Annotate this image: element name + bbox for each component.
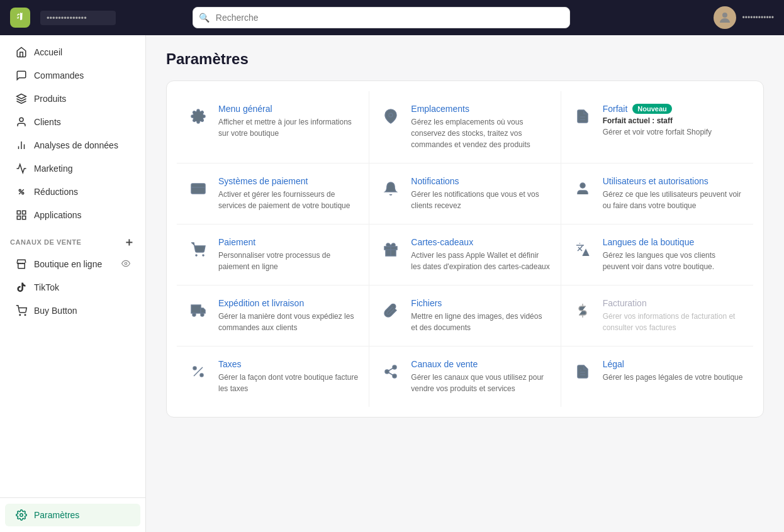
- svg-marker-1: [17, 94, 26, 99]
- svg-rect-10: [17, 211, 20, 214]
- add-channel-button[interactable]: ＋: [123, 235, 135, 250]
- user-name: ••••••••••••: [742, 13, 774, 22]
- sidebar-item-marketing[interactable]: Marketing: [5, 157, 140, 180]
- settings-item-content-menu-general: Menu général Afficher et mettre à jour l…: [218, 104, 359, 150]
- svg-point-14: [125, 262, 127, 265]
- settings-item-facturation: Facturation Gérer vos informations de fa…: [561, 285, 753, 346]
- svg-point-35: [193, 367, 196, 370]
- svg-point-6: [19, 189, 21, 191]
- settings-item-icon-menu-general: [187, 105, 210, 128]
- settings-item-desc: Gérer vos informations de facturation et…: [603, 311, 743, 333]
- settings-item-title: Cartes-cadeaux: [411, 237, 473, 247]
- clients-icon: [15, 116, 28, 128]
- sidebar-item-produits[interactable]: Produits: [5, 87, 140, 110]
- sidebar-item-buybutton[interactable]: Buy Button: [5, 299, 140, 322]
- sidebar-item-applications[interactable]: Applications: [5, 204, 140, 226]
- settings-item-paiement[interactable]: Paiement Personnaliser votre processus d…: [177, 224, 369, 285]
- sidebar-item-accueil[interactable]: Accueil: [5, 41, 140, 64]
- settings-item-title: Légal: [603, 359, 624, 369]
- settings-item-icon-forfait: [571, 105, 594, 128]
- sidebar-label-boutique: Boutique en ligne: [34, 259, 115, 269]
- settings-item-cartes-cadeaux[interactable]: Cartes-cadeaux Activer les pass Apple Wa…: [369, 224, 561, 285]
- settings-item-icon-systemes-paiement: [187, 177, 210, 200]
- page-title: Paramètres: [166, 50, 764, 68]
- sidebar: Accueil Commandes Produits Clients: [0, 35, 146, 532]
- settings-item-emplacements[interactable]: Emplacements Gérez les emplacements où v…: [369, 91, 561, 163]
- settings-item-taxes[interactable]: Taxes Gérer la façon dont votre boutique…: [177, 346, 369, 407]
- settings-item-title: Facturation: [603, 298, 647, 308]
- svg-point-2: [20, 118, 23, 121]
- svg-point-37: [393, 365, 396, 369]
- eye-icon[interactable]: [121, 259, 130, 270]
- settings-item-desc: Gérer la manière dont vous expédiez les …: [218, 311, 359, 333]
- settings-item-systemes-paiement[interactable]: Systèmes de paiement Activer et gérer le…: [177, 163, 369, 224]
- settings-item-title: Menu général: [218, 104, 272, 114]
- settings-item-title: Notifications: [411, 176, 459, 186]
- home-icon: [15, 46, 28, 58]
- svg-point-19: [389, 113, 393, 117]
- svg-rect-22: [191, 184, 205, 194]
- sidebar-item-tiktok[interactable]: TikTok: [5, 276, 140, 299]
- settings-item-icon-expedition: [187, 299, 210, 322]
- store-icon: [15, 258, 28, 270]
- sidebar-label-reductions: Réductions: [34, 187, 78, 197]
- svg-line-8: [19, 189, 24, 194]
- svg-marker-30: [201, 308, 205, 313]
- settings-item-content-taxes: Taxes Gérer la façon dont votre boutique…: [218, 359, 359, 394]
- sidebar-item-boutique[interactable]: Boutique en ligne: [5, 253, 140, 275]
- sidebar-item-commandes[interactable]: Commandes: [5, 64, 140, 87]
- apps-icon: [15, 209, 28, 221]
- settings-item-expedition[interactable]: Expédition et livraison Gérer la manière…: [177, 285, 369, 346]
- settings-item-fichiers[interactable]: Fichiers Mettre en ligne des images, des…: [369, 285, 561, 346]
- analytics-icon: [15, 139, 28, 152]
- settings-item-content-langues: Langues de la boutique Gérez les langues…: [603, 237, 743, 272]
- settings-item-desc: Gérer les pages légales de votre boutiqu…: [603, 372, 743, 383]
- settings-item-content-facturation: Facturation Gérer vos informations de fa…: [603, 298, 743, 333]
- svg-line-40: [389, 373, 393, 375]
- sidebar-label-clients: Clients: [34, 117, 61, 127]
- sidebar-item-analyses[interactable]: Analyses de données: [5, 134, 140, 157]
- settings-item-icon-taxes: [187, 360, 210, 383]
- sidebar-item-clients[interactable]: Clients: [5, 111, 140, 133]
- search-bar: 🔍: [193, 7, 570, 28]
- sidebar-label-tiktok: TikTok: [34, 282, 59, 292]
- settings-item-title: Paiement: [218, 237, 255, 247]
- layout: Accueil Commandes Produits Clients: [0, 35, 784, 532]
- svg-point-7: [22, 192, 24, 194]
- products-icon: [15, 92, 28, 105]
- settings-item-title: Fichiers: [411, 298, 442, 308]
- settings-item-icon-cartes-cadeaux: [379, 238, 402, 261]
- settings-item-utilisateurs[interactable]: Utilisateurs et autorisations Gérez ce q…: [561, 163, 753, 224]
- svg-point-39: [393, 374, 396, 378]
- settings-item-canaux-vente[interactable]: Canaux de vente Gérer les canaux que vou…: [369, 346, 561, 407]
- settings-item-icon-facturation: [571, 299, 594, 322]
- svg-point-36: [200, 374, 203, 377]
- svg-rect-12: [17, 216, 20, 219]
- settings-item-icon-notifications: [379, 177, 402, 200]
- settings-item-content-notifications: Notifications Gérer les notifications qu…: [411, 176, 550, 211]
- sidebar-item-reductions[interactable]: Réductions: [5, 180, 140, 203]
- settings-item-desc: Gérer et voir votre forfait Shopify: [603, 126, 743, 138]
- settings-item-icon-fichiers: [379, 299, 402, 322]
- settings-item-title: Langues de la boutique: [603, 237, 695, 247]
- svg-point-26: [203, 255, 204, 256]
- settings-item-menu-general[interactable]: Menu général Afficher et mettre à jour l…: [177, 91, 369, 163]
- settings-item-icon-canaux-vente: [379, 360, 402, 383]
- settings-item-notifications[interactable]: Notifications Gérer les notifications qu…: [369, 163, 561, 224]
- search-input[interactable]: [193, 7, 570, 28]
- sidebar-label-applications: Applications: [34, 210, 82, 220]
- sidebar-label-produits: Produits: [34, 94, 66, 104]
- marketing-icon: [15, 162, 28, 175]
- settings-item-legal[interactable]: Légal Gérer les pages légales de votre b…: [561, 346, 753, 407]
- settings-item-title: Utilisateurs et autorisations: [603, 176, 708, 186]
- settings-item-langues[interactable]: Langues de la boutique Gérez les langues…: [561, 224, 753, 285]
- settings-item-forfait[interactable]: ForfaitNouveau Forfait actuel : staff Gé…: [561, 91, 753, 163]
- buybutton-icon: [15, 304, 28, 317]
- sidebar-item-parametres[interactable]: Paramètres: [5, 504, 140, 526]
- settings-item-title: Forfait: [603, 104, 628, 114]
- svg-point-0: [722, 13, 727, 18]
- svg-rect-13: [23, 216, 26, 219]
- settings-item-content-paiement: Paiement Personnaliser votre processus d…: [218, 237, 359, 272]
- search-icon: 🔍: [199, 13, 210, 23]
- svg-point-16: [25, 314, 26, 316]
